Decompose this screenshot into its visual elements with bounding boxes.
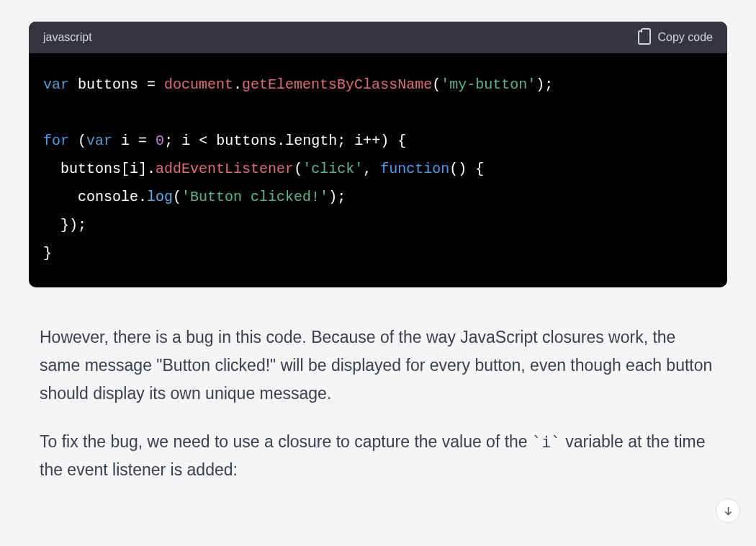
explanation-text: However, there is a bug in this code. Be… xyxy=(29,323,727,484)
copy-code-label: Copy code xyxy=(658,31,714,44)
code-content[interactable]: var buttons = document.getElementsByClas… xyxy=(29,53,727,287)
clipboard-icon xyxy=(638,30,651,45)
paragraph-2: To fix the bug, we need to use a closure… xyxy=(40,428,716,484)
scroll-down-button[interactable] xyxy=(716,498,740,523)
code-block: javascript Copy code var buttons = docum… xyxy=(29,22,727,287)
copy-code-button[interactable]: Copy code xyxy=(638,30,714,45)
arrow-down-icon xyxy=(723,506,734,516)
paragraph-1: However, there is a bug in this code. Be… xyxy=(40,323,716,408)
code-language-label: javascript xyxy=(43,31,92,44)
inline-code-i: `i` xyxy=(532,433,561,451)
code-header: javascript Copy code xyxy=(29,22,727,53)
